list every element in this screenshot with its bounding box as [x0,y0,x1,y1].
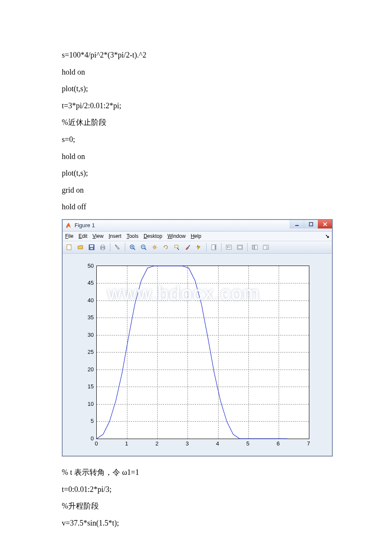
colorbar-icon[interactable] [209,242,219,252]
figure-toolbar [63,241,332,254]
rotate-icon[interactable] [161,242,171,252]
hide-plot-tools-icon[interactable] [235,242,245,252]
code-line: s=0; [62,131,330,148]
svg-rect-15 [226,245,231,249]
toolbar-separator [110,243,110,251]
ytick-label: 15 [80,383,94,390]
show-plot-tools-icon[interactable] [250,242,260,252]
window-title: Figure 1 [75,222,95,228]
toolbar-separator [247,243,248,251]
code-line: % t 表示转角，令 ω1=1 [62,464,330,481]
link-data-icon[interactable] [194,242,204,252]
menu-file[interactable]: File [65,233,73,239]
code-line: t=3*pi/2:0.01:2*pi; [62,98,330,115]
menu-insert[interactable]: Insert [109,233,121,239]
menu-view[interactable]: View [92,233,104,239]
svg-rect-8 [101,248,104,250]
zoom-in-icon[interactable] [127,242,138,252]
toolbar-separator [206,243,207,251]
axes[interactable] [96,266,309,439]
save-icon[interactable] [86,242,97,252]
menubar: File Edit View Insert Tools Desktop Wind… [63,231,332,241]
menu-help[interactable]: Help [191,233,202,239]
xtick-label: 7 [307,440,310,447]
menu-desktop[interactable]: Desktop [144,233,162,239]
dock-icon[interactable]: ↘ [325,233,329,239]
code-line: t=0:0.01:2*pi/3; [62,481,330,498]
xtick-label: 1 [125,440,128,447]
code-line: hold off [62,199,330,216]
svg-rect-22 [266,247,268,249]
code-line: v=37.5*sin(1.5*t); [62,515,330,532]
menu-window[interactable]: Window [167,233,186,239]
svg-rect-21 [263,245,268,246]
ytick-label: 10 [80,400,94,407]
maximize-button[interactable] [304,220,318,228]
ytick-label: 40 [80,297,94,303]
ytick-label: 5 [80,418,94,424]
code-line: plot(t,s); [62,81,330,98]
menu-tools[interactable]: Tools [127,233,138,239]
dock-figure-icon[interactable] [261,242,271,252]
code-line: plot(t,s); [62,165,330,182]
code-line: hold on [62,64,330,81]
xtick-label: 0 [95,440,98,447]
svg-rect-17 [238,246,242,249]
svg-rect-14 [215,245,216,249]
ytick-label: 0 [80,435,94,441]
ytick-label: 45 [80,280,94,286]
matlab-logo-icon [65,222,72,229]
minimize-button[interactable] [290,220,304,228]
svg-rect-19 [255,245,257,249]
open-icon[interactable] [75,242,86,252]
pan-icon[interactable] [150,242,160,252]
data-cursor-icon[interactable] [172,242,182,252]
code-line: %升程阶段 [62,498,330,515]
xtick-label: 2 [156,440,159,447]
svg-rect-4 [90,245,93,247]
svg-rect-18 [252,245,254,249]
plot-area: www.bdocx.com 0 5 10 15 20 25 30 35 40 4… [63,254,332,456]
ytick-label: 50 [80,262,94,269]
close-button[interactable] [318,220,332,228]
code-below: % t 表示转角，令 ω1=1 t=0:0.01:2*pi/3; %升程阶段 v… [62,464,330,532]
zoom-out-icon[interactable] [138,242,149,252]
svg-rect-5 [90,248,93,249]
menu-edit[interactable]: Edit [78,233,87,239]
xtick-label: 3 [186,440,189,447]
new-figure-icon[interactable] [64,242,75,252]
print-icon[interactable] [98,242,108,252]
svg-rect-7 [101,245,104,247]
ytick-label: 30 [80,331,94,338]
ytick-label: 35 [80,314,94,321]
ytick-label: 25 [80,349,94,355]
code-line: hold on [62,148,330,165]
edit-plot-icon[interactable] [112,242,123,252]
xtick-label: 6 [277,440,280,447]
ytick-label: 20 [80,366,94,372]
svg-rect-0 [295,225,299,226]
code-above: s=100*4/pi^2*(3*pi/2-t).^2 hold on plot(… [62,47,330,216]
code-line: grid on [62,182,330,199]
insert-legend-icon[interactable] [224,242,234,252]
toolbar-separator [125,243,125,251]
code-line: %近休止阶段 [62,114,330,131]
toolbar-separator [221,243,222,251]
plot-curve [97,266,309,439]
code-line: s=100*4/pi^2*(3*pi/2-t).^2 [62,47,330,64]
brush-icon[interactable] [183,242,193,252]
svg-rect-12 [175,245,178,248]
titlebar: Figure 1 [63,220,332,231]
svg-point-11 [154,246,156,248]
svg-rect-1 [309,223,313,226]
xtick-label: 4 [216,440,219,447]
window-buttons [290,220,332,228]
figure-window: Figure 1 File Edit View Insert Tools Des… [62,219,333,457]
xtick-label: 5 [246,440,249,447]
